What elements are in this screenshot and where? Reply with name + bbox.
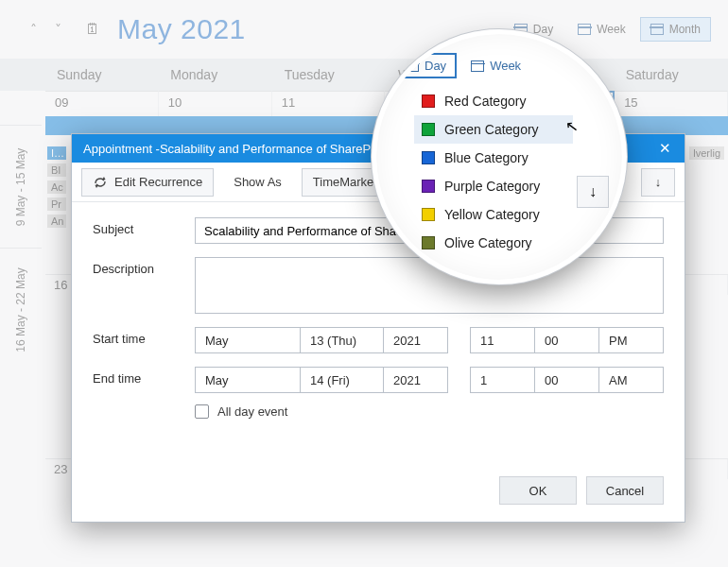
checkbox-icon	[195, 404, 209, 419]
calendar-topbar: ˄ ˅ 🗓 May 2021 Day Week Month	[0, 0, 728, 59]
day-view-icon	[514, 24, 528, 35]
week-strip: 9 May - 15 May 16 May - 22 May	[0, 125, 42, 370]
event-sliver: An	[47, 215, 66, 228]
all-day-label: All day event	[217, 404, 287, 419]
view-day-label: Day	[533, 23, 553, 36]
start-hour-picker[interactable]: 11	[470, 327, 535, 353]
week-label: 16 May - 22 May	[14, 267, 27, 352]
ok-button[interactable]: OK	[499, 476, 577, 505]
subject-label: Subject	[93, 217, 189, 244]
date-row: 09 10 11 12 14 15	[0, 91, 728, 116]
truncated-events: I… BI Ac Pr An	[47, 146, 66, 228]
end-day-picker[interactable]: 14 (Fri)	[300, 367, 384, 393]
end-minute-picker[interactable]: 00	[534, 367, 599, 393]
dialog-body: Subject Description Start time May 13 (T…	[72, 202, 685, 467]
event-sliver: I…	[47, 146, 66, 160]
date-cell[interactable]: 15	[615, 91, 728, 116]
dialog-title: Appointment -Scalability and Performance…	[83, 142, 390, 156]
arrow-down-icon: ↓	[655, 175, 662, 189]
next-month-icon[interactable]: ˅	[49, 22, 66, 37]
end-year-picker[interactable]: 2021	[383, 367, 448, 393]
start-month-picker[interactable]: May	[195, 327, 301, 353]
date-cell[interactable]: 10	[159, 91, 272, 116]
edit-recurrence-button[interactable]: Edit Recurrence	[81, 168, 214, 197]
start-time-label: Start time	[93, 327, 189, 353]
calendar-icon: 🗓	[85, 21, 100, 38]
end-hour-picker[interactable]: 1	[470, 367, 535, 393]
toolbar-overflow-button[interactable]: ↓	[641, 168, 675, 197]
month-title: May 2021	[117, 13, 246, 45]
event-sliver: Ac	[47, 180, 66, 194]
event-sliver: BI	[47, 163, 66, 177]
end-month-picker[interactable]: May	[195, 367, 301, 393]
prev-month-icon[interactable]: ˄	[25, 22, 42, 37]
event-sliver: lverlig	[689, 146, 724, 160]
start-time-row: May 13 (Thu) 2021 11 00 PM	[195, 327, 664, 353]
start-day-picker[interactable]: 13 (Thu)	[300, 327, 384, 353]
recurrence-icon	[93, 175, 108, 190]
end-time-row: May 14 (Fri) 2021 1 00 AM	[195, 367, 664, 393]
show-as-text: Show As	[234, 175, 282, 189]
date-cell[interactable]: 09	[45, 91, 159, 116]
description-label: Description	[93, 257, 189, 314]
view-week-label: Week	[597, 23, 625, 36]
all-day-checkbox[interactable]: All day event	[195, 404, 664, 419]
view-switcher: Day Week Month	[504, 17, 711, 42]
show-as-label: Show As	[223, 168, 292, 197]
month-view-icon	[650, 24, 664, 35]
week-view-icon	[578, 24, 591, 35]
weekday-sat: Saturday	[615, 59, 728, 91]
weekday-header: Sunday Monday Tuesday Wednesday Friday S…	[0, 59, 728, 91]
close-icon[interactable]: ✕	[655, 140, 675, 157]
week-label: 9 May - 15 May	[14, 147, 27, 226]
start-year-picker[interactable]: 2021	[383, 327, 448, 353]
zoom-callout: Day Week Red Category Green Category Blu…	[376, 34, 622, 280]
dialog-footer: OK Cancel	[72, 467, 685, 522]
date-cell[interactable]: 11	[272, 91, 386, 116]
start-ampm-picker[interactable]: PM	[598, 327, 664, 353]
edit-recurrence-label: Edit Recurrence	[114, 175, 202, 189]
event-sliver: Pr	[47, 198, 66, 211]
view-month-label: Month	[669, 23, 701, 36]
cancel-button[interactable]: Cancel	[586, 476, 664, 505]
view-week-button[interactable]: Week	[567, 17, 635, 42]
weekday-tue: Tuesday	[273, 59, 387, 91]
weekday-mon: Monday	[159, 59, 272, 91]
description-input[interactable]	[195, 257, 664, 314]
end-ampm-picker[interactable]: AM	[598, 367, 664, 393]
end-time-label: End time	[93, 367, 189, 393]
weekday-sun: Sunday	[45, 59, 159, 91]
view-month-button[interactable]: Month	[640, 17, 711, 42]
start-minute-picker[interactable]: 00	[534, 327, 599, 353]
